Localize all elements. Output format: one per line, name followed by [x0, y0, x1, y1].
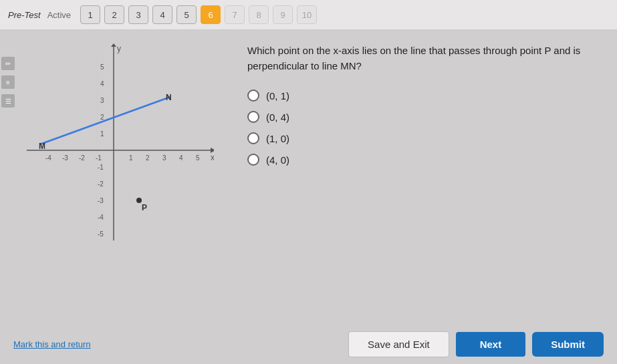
mark-return-link[interactable]: Mark this and return	[13, 339, 91, 349]
svg-text:3: 3	[162, 154, 166, 162]
question-btn-8: 8	[249, 5, 269, 24]
coordinate-graph: x y -4 -3 -2 -1 1 2 3 4 5 5 4 3 2	[20, 43, 227, 250]
svg-text:4: 4	[100, 80, 104, 87]
svg-text:2: 2	[100, 114, 104, 121]
pencil-icon[interactable]: ✏	[1, 57, 15, 70]
pretest-label: Pre-Test	[8, 10, 41, 20]
next-button[interactable]: Next	[456, 332, 526, 357]
option-4[interactable]: (4, 0)	[247, 154, 584, 166]
svg-text:-5: -5	[98, 230, 104, 238]
x-axis-label: x	[211, 153, 214, 162]
graph-panel: ✏ ≡ ☰	[13, 37, 227, 324]
menu-icon[interactable]: ≡	[1, 75, 15, 89]
question-btn-4[interactable]: 4	[152, 5, 172, 24]
question-btn-5[interactable]: 5	[176, 5, 197, 24]
submit-button[interactable]: Submit	[532, 332, 604, 357]
answer-options: (0, 1) (0, 4) (1, 0) (4, 0)	[247, 89, 584, 166]
svg-text:3: 3	[100, 97, 104, 104]
bottom-buttons: Save and Exit Next Submit	[348, 331, 604, 357]
option-2-label: (0, 4)	[266, 112, 289, 123]
option-3-label: (1, 0)	[266, 133, 289, 144]
point-n-label: N	[166, 93, 172, 102]
svg-text:-3: -3	[62, 154, 68, 162]
svg-text:-1: -1	[98, 164, 104, 171]
line-mn	[40, 97, 170, 144]
question-btn-1[interactable]: 1	[80, 5, 100, 24]
question-btn-9: 9	[273, 5, 293, 24]
question-panel: Which point on the x-axis lies on the li…	[227, 37, 604, 324]
option-3[interactable]: (1, 0)	[247, 132, 584, 144]
side-toolbar: ✏ ≡ ☰	[1, 57, 15, 108]
svg-text:2: 2	[146, 154, 150, 162]
top-navigation-bar: Pre-Test Active 1 2 3 4 5 6 7 8 9 10	[0, 0, 617, 30]
option-4-label: (4, 0)	[266, 154, 289, 166]
point-m-label: M	[39, 142, 45, 151]
svg-text:-2: -2	[98, 180, 104, 188]
radio-option-2[interactable]	[247, 111, 259, 123]
question-btn-2[interactable]: 2	[104, 5, 124, 24]
svg-text:-4: -4	[45, 154, 51, 162]
point-p-label: P	[142, 203, 147, 212]
svg-text:-1: -1	[96, 154, 102, 162]
point-p	[136, 198, 142, 203]
svg-text:1: 1	[100, 130, 104, 138]
question-btn-7: 7	[225, 5, 245, 24]
graph-svg: x y -4 -3 -2 -1 1 2 3 4 5 5 4 3 2	[20, 43, 214, 250]
svg-marker-24	[111, 43, 116, 47]
option-2[interactable]: (0, 4)	[247, 111, 584, 123]
radio-option-3[interactable]	[247, 132, 259, 144]
bottom-bar: Mark this and return Save and Exit Next …	[0, 324, 617, 364]
svg-text:-2: -2	[79, 154, 85, 162]
question-btn-3[interactable]: 3	[128, 5, 148, 24]
svg-text:1: 1	[129, 154, 133, 162]
svg-text:-4: -4	[98, 214, 104, 221]
question-text: Which point on the x-axis lies on the li…	[247, 43, 584, 73]
svg-marker-23	[211, 148, 214, 153]
svg-text:5: 5	[100, 63, 104, 71]
svg-text:5: 5	[196, 154, 200, 162]
svg-text:4: 4	[179, 154, 183, 162]
question-btn-6[interactable]: 6	[201, 5, 221, 24]
option-1[interactable]: (0, 1)	[247, 89, 584, 102]
svg-text:-3: -3	[98, 197, 104, 204]
radio-option-4[interactable]	[247, 154, 259, 166]
radio-option-1[interactable]	[247, 89, 259, 102]
y-axis-label: y	[117, 44, 121, 53]
status-label: Active	[47, 10, 71, 20]
main-content: ✏ ≡ ☰	[0, 30, 617, 331]
question-btn-10: 10	[297, 5, 317, 24]
list-icon[interactable]: ☰	[1, 94, 15, 108]
save-exit-button[interactable]: Save and Exit	[348, 331, 449, 357]
option-1-label: (0, 1)	[266, 90, 289, 102]
